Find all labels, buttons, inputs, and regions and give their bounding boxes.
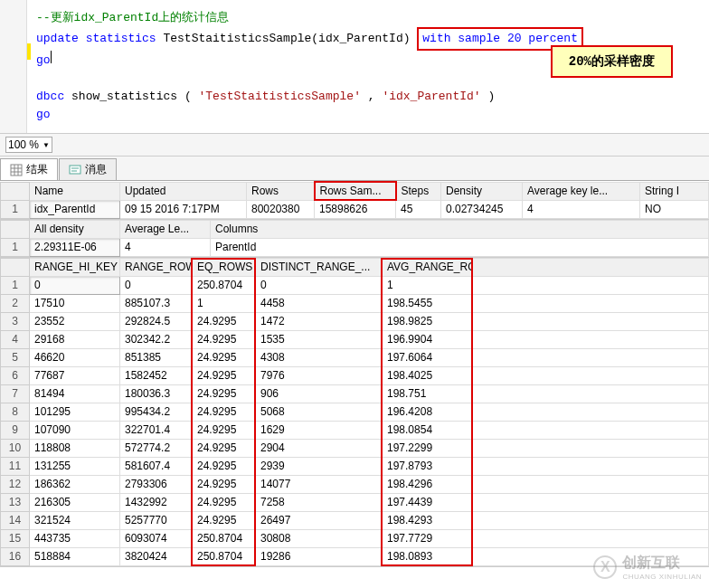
cell[interactable]: 1535 — [256, 330, 383, 348]
cell[interactable]: 0 — [30, 276, 120, 294]
col-distinct-range[interactable]: DISTINCT_RANGE_... — [256, 258, 383, 276]
col-updated[interactable]: Updated — [120, 182, 247, 200]
cell[interactable]: 198.4025 — [383, 366, 473, 384]
cell[interactable]: 2793306 — [120, 475, 193, 493]
col-range-hi-key[interactable]: RANGE_HI_KEY — [30, 258, 120, 276]
cell[interactable]: 4 — [523, 200, 640, 218]
table-row[interactable]: 11131255581607.424.92952939197.8793 — [1, 457, 709, 475]
cell[interactable]: 302342.2 — [120, 330, 193, 348]
row-num[interactable]: 13 — [1, 493, 30, 511]
cell[interactable]: 23552 — [30, 312, 120, 330]
cell[interactable]: 216305 — [30, 493, 120, 511]
cell[interactable]: 24.9295 — [193, 421, 256, 439]
table-row[interactable]: 165188843820424250.870419286198.0893 — [1, 547, 709, 565]
cell[interactable]: 24.9295 — [193, 366, 256, 384]
col-rows[interactable]: Rows — [247, 182, 315, 200]
row-num[interactable]: 7 — [1, 384, 30, 403]
cell[interactable]: 4 — [120, 238, 211, 256]
cell[interactable]: 7976 — [256, 366, 383, 384]
cell[interactable]: 7258 — [256, 493, 383, 511]
row-num[interactable]: 1 — [1, 276, 30, 294]
cell[interactable]: 24.9295 — [193, 330, 256, 348]
tab-messages[interactable]: 消息 — [59, 158, 117, 180]
col-steps[interactable]: Steps — [396, 182, 441, 200]
cell[interactable]: 107090 — [30, 421, 120, 439]
row-num[interactable]: 12 — [1, 475, 30, 493]
cell[interactable]: 3820424 — [120, 547, 193, 565]
cell[interactable]: 2904 — [256, 439, 383, 457]
cell[interactable]: 0 — [120, 276, 193, 294]
cell[interactable]: 1 — [193, 294, 256, 312]
cell[interactable]: 4308 — [256, 348, 383, 366]
row-num[interactable]: 11 — [1, 457, 30, 475]
col-columns[interactable]: Columns — [211, 220, 709, 238]
cell[interactable]: 198.5455 — [383, 294, 473, 312]
tab-results[interactable]: 结果 — [0, 158, 58, 180]
cell[interactable]: 250.8704 — [193, 276, 256, 294]
cell[interactable]: 24.9295 — [193, 475, 256, 493]
col-density[interactable]: Density — [441, 182, 523, 200]
cell[interactable]: 250.8704 — [193, 529, 256, 547]
cell[interactable]: 0 — [256, 276, 383, 294]
col-range-rows[interactable]: RANGE_ROWS — [120, 258, 193, 276]
cell[interactable]: 995434.2 — [120, 403, 193, 421]
cell[interactable]: 1582452 — [120, 366, 193, 384]
row-num[interactable]: 8 — [1, 403, 30, 421]
cell[interactable]: 30808 — [256, 529, 383, 547]
table-row[interactable]: 323552292824.524.92951472198.9825 — [1, 312, 709, 330]
cell[interactable]: 46620 — [30, 348, 120, 366]
table-row[interactable]: 13216305143299224.92957258197.4439 — [1, 493, 709, 511]
col-all-density[interactable]: All density — [30, 220, 120, 238]
table-row[interactable]: 1 idx_ParentId 09 15 2016 7:17PM 8002038… — [1, 200, 709, 218]
cell[interactable]: 186362 — [30, 475, 120, 493]
table-row[interactable]: 9107090322701.424.92951629198.0854 — [1, 421, 709, 439]
cell[interactable]: 198.9825 — [383, 312, 473, 330]
cell[interactable]: 250.8704 — [193, 547, 256, 565]
row-num[interactable]: 4 — [1, 330, 30, 348]
table-row[interactable]: 677687158245224.92957976198.4025 — [1, 366, 709, 384]
table-row[interactable]: 8101295995434.224.92955068196.4208 — [1, 403, 709, 421]
col-avg-range-rows[interactable]: AVG_RANGE_ROWS — [383, 258, 473, 276]
cell[interactable]: 198.0854 — [383, 421, 473, 439]
cell[interactable]: 14077 — [256, 475, 383, 493]
cell[interactable]: 24.9295 — [193, 384, 256, 403]
cell[interactable]: 518884 — [30, 547, 120, 565]
cell[interactable]: 197.8793 — [383, 457, 473, 475]
col-string-index[interactable]: String I — [640, 182, 709, 200]
cell[interactable]: 1629 — [256, 421, 383, 439]
cell[interactable]: 198.4296 — [383, 475, 473, 493]
cell[interactable]: 180036.3 — [120, 384, 193, 403]
col-avg-len[interactable]: Average Le... — [120, 220, 211, 238]
cell[interactable]: 4458 — [256, 294, 383, 312]
cell[interactable]: 1472 — [256, 312, 383, 330]
cell[interactable]: 09 15 2016 7:17PM — [120, 200, 247, 218]
zoom-dropdown[interactable]: 100 % ▼ — [5, 137, 52, 153]
cell[interactable]: 24.9295 — [193, 403, 256, 421]
cell[interactable]: 197.7729 — [383, 529, 473, 547]
cell[interactable]: 17510 — [30, 294, 120, 312]
cell[interactable]: 1 — [383, 276, 473, 294]
row-num[interactable]: 10 — [1, 439, 30, 457]
row-num[interactable]: 3 — [1, 312, 30, 330]
cell[interactable]: 24.9295 — [193, 439, 256, 457]
cell[interactable]: 24.9295 — [193, 312, 256, 330]
cell[interactable]: 5068 — [256, 403, 383, 421]
row-num[interactable]: 1 — [1, 238, 30, 256]
cell[interactable]: 24.9295 — [193, 457, 256, 475]
row-num[interactable]: 6 — [1, 366, 30, 384]
row-num[interactable]: 14 — [1, 511, 30, 529]
col-name[interactable]: Name — [30, 182, 120, 200]
row-num[interactable]: 5 — [1, 348, 30, 366]
cell[interactable]: 292824.5 — [120, 312, 193, 330]
cell[interactable]: 2.29311E-06 — [30, 238, 120, 256]
table-row[interactable]: 14321524525777024.929526497198.4293 — [1, 511, 709, 529]
table-row[interactable]: 217510885107.314458198.5455 — [1, 294, 709, 312]
table-row[interactable]: 10118808572774.224.92952904197.2299 — [1, 439, 709, 457]
table-row[interactable]: 100250.870401 — [1, 276, 709, 294]
cell[interactable]: 24.9295 — [193, 511, 256, 529]
cell[interactable]: idx_ParentId — [30, 200, 120, 218]
cell[interactable]: 6093074 — [120, 529, 193, 547]
cell[interactable]: 572774.2 — [120, 439, 193, 457]
sql-editor[interactable]: --更新idx_ParentId上的统计信息 update statistics… — [0, 0, 709, 134]
row-num[interactable]: 16 — [1, 547, 30, 565]
